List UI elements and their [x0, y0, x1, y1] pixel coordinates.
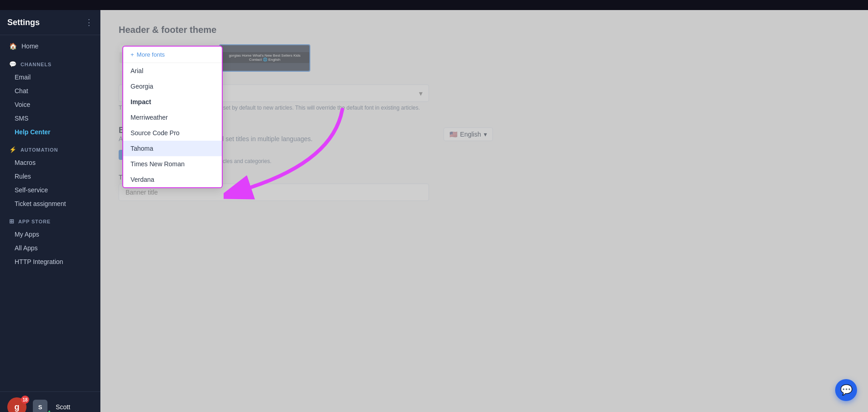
font-option-impact[interactable]: Impact — [123, 94, 222, 110]
font-option-merriweather[interactable]: Merriweather — [123, 110, 222, 125]
sidebar-item-macros[interactable]: Macros — [0, 156, 100, 169]
more-fonts-label: More fonts — [137, 51, 165, 58]
language-label: English — [460, 131, 481, 138]
sidebar-section-automation: ⚡ AUTOMATION — [0, 139, 100, 156]
sidebar-header: Settings ⋮ — [0, 10, 100, 35]
font-option-times-new-roman[interactable]: Times New Roman — [123, 156, 222, 172]
sidebar-section-channels: 💬 CHANNELS — [0, 53, 100, 70]
sidebar-item-voice[interactable]: Voice — [0, 98, 100, 111]
sidebar-nav: 🏠 Home 💬 CHANNELS Email Chat Voice SMS H… — [0, 35, 100, 391]
channels-icon: 💬 — [9, 61, 17, 68]
sidebar-item-chat[interactable]: Chat — [0, 84, 100, 98]
sidebar-title: Settings — [7, 18, 40, 27]
user-avatar[interactable]: S — [33, 400, 47, 412]
sidebar-item-http[interactable]: HTTP Integration — [0, 255, 100, 269]
font-option-georgia[interactable]: Georgia — [123, 79, 222, 94]
font-dropdown-popup[interactable]: + More fonts Arial Georgia Impact Merriw… — [122, 46, 223, 188]
sidebar-section-app-store: ⊞ APP STORE — [0, 211, 100, 227]
sidebar-item-home[interactable]: 🏠 Home — [0, 39, 100, 53]
font-option-arial[interactable]: Arial — [123, 63, 222, 79]
channels-label: CHANNELS — [21, 62, 52, 67]
sidebar-item-my-apps[interactable]: My Apps — [0, 227, 100, 241]
notification-badge: 18 — [21, 396, 29, 404]
sidebar-item-sms[interactable]: SMS — [0, 111, 100, 125]
automation-label: AUTOMATION — [21, 147, 58, 153]
lang-chevron-icon: ▾ — [484, 131, 487, 138]
app-store-icon: ⊞ — [9, 218, 15, 225]
sidebar-item-email[interactable]: Email — [0, 70, 100, 84]
sidebar: Settings ⋮ 🏠 Home 💬 CHANNELS Email Chat … — [0, 10, 100, 412]
theme-card-dark[interactable]: gorgias Home What's New Best Sellers Kid… — [219, 44, 310, 72]
chat-button[interactable]: 💬 — [835, 379, 857, 401]
user-name: Scott — [56, 403, 70, 411]
sidebar-item-rules[interactable]: Rules — [0, 169, 100, 183]
home-icon: 🏠 — [9, 42, 17, 50]
plus-icon: + — [131, 51, 134, 58]
section-heading: Header & footer theme — [119, 25, 493, 35]
app-store-label: APP STORE — [18, 219, 51, 224]
more-fonts-button[interactable]: + More fonts — [123, 47, 222, 63]
automation-icon: ⚡ — [9, 146, 17, 153]
top-bar — [0, 0, 868, 10]
sidebar-item-self-service[interactable]: Self-service — [0, 183, 100, 197]
flag-icon: 🇺🇸 — [450, 131, 457, 138]
gorgias-avatar-wrapper: g 18 — [7, 397, 26, 412]
theme-preview-dark: gorgias Home What's New Best Sellers Kid… — [220, 45, 309, 71]
online-status-dot — [47, 410, 51, 412]
chat-icon: 💬 — [840, 384, 852, 396]
font-option-source-code-pro[interactable]: Source Code Pro — [123, 125, 222, 141]
font-option-verdana[interactable]: Verdana — [123, 172, 222, 187]
sidebar-item-all-apps[interactable]: All Apps — [0, 241, 100, 255]
sidebar-item-help-center[interactable]: Help Center — [0, 125, 100, 139]
language-selector[interactable]: 🇺🇸 English ▾ — [444, 127, 493, 141]
font-option-tahoma[interactable]: Tahoma — [123, 141, 222, 156]
sidebar-footer: g 18 S Scott — [0, 391, 100, 412]
sidebar-menu-icon[interactable]: ⋮ — [85, 17, 93, 27]
sidebar-home-label: Home — [21, 42, 38, 50]
sidebar-item-ticket-assignment[interactable]: Ticket assignment — [0, 197, 100, 211]
